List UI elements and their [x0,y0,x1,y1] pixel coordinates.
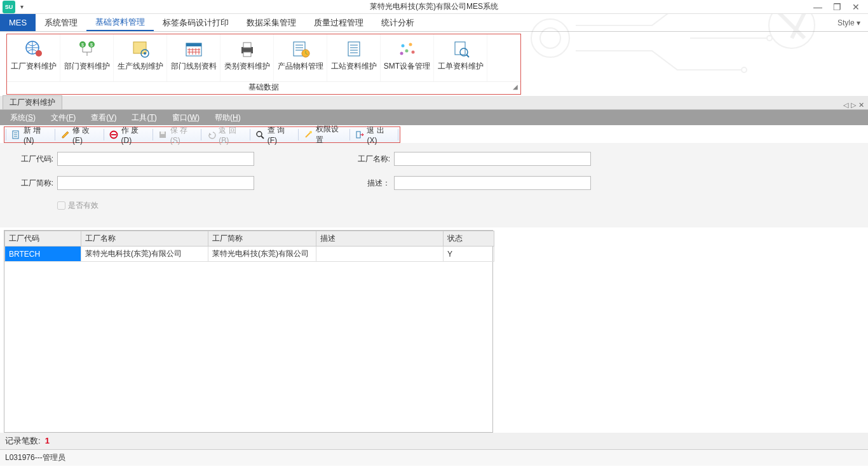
cell-short: 莱特光电科技(东莞)有限公司 [208,247,316,262]
btn-query[interactable]: 查 询(F) [252,127,297,142]
btn-new-label: 新 增(N) [24,125,50,145]
btn-exit-label: 退 出(X) [367,125,393,145]
ribbon-smt-label: SMT设备管理 [384,61,430,72]
btn-void[interactable]: 作 废(D) [105,127,151,142]
table-row[interactable]: BRTECH 莱特光电科技(东莞)有限公司 莱特光电科技(东莞)有限公司 Y [5,247,494,262]
cell-desc [316,247,444,262]
col-desc[interactable]: 描述 [316,231,444,247]
ribbon-station[interactable]: 工站资料维护 [327,34,381,81]
col-name[interactable]: 工厂名称 [81,231,208,247]
wand-icon [304,130,313,140]
btn-edit-label: 修 改(E) [72,125,98,145]
col-code[interactable]: 工厂代码 [5,231,81,247]
grid-header-row: 工厂代码 工厂名称 工厂简称 描述 状态 [5,231,494,247]
pager-prev-icon[interactable]: ◁ [843,101,848,109]
exit-icon [355,130,364,140]
menu-system[interactable]: 系统(S) [3,112,43,123]
doc-tab-bar: 工厂资料维护 ◁ ▷ ✕ [0,96,868,110]
btn-void-label: 作 废(D) [121,125,147,145]
ribbon-launcher-icon[interactable]: ◢ [513,83,518,90]
new-doc-icon [11,130,21,140]
input-short[interactable] [57,176,254,190]
ribbon-dept[interactable]: $$ 部门资料维护 [60,34,114,81]
ribbon-line[interactable]: 生产线别维护 [114,34,167,81]
inner-menu-bar: 系统(S) 文件(F) 查看(V) 工具(T) 窗口(W) 帮助(H) [0,110,868,125]
svg-point-36 [401,44,404,48]
btn-perm[interactable]: 权限设置 [300,127,348,142]
menu-view[interactable]: 查看(V) [83,112,124,123]
minimize-icon[interactable]: — [811,2,825,12]
svg-rect-56 [356,132,360,138]
svg-point-3 [742,67,747,72]
ribbon-dept-line[interactable]: 部门线别资料 [167,34,220,81]
document-lines-icon [342,38,365,60]
label-valid: 是否有效 [68,200,98,211]
svg-rect-12 [133,42,146,53]
btn-save-label: 保 存(S) [170,125,196,145]
tab-basic-data[interactable]: 基础资料管理 [86,14,154,31]
btn-edit[interactable]: 修 改(E) [57,127,102,142]
tab-data-collection[interactable]: 数据采集管理 [238,14,305,31]
svg-line-53 [261,136,264,139]
ribbon-factory[interactable]: 工厂资料维护 [7,34,60,81]
tab-barcode[interactable]: 标签条码设计打印 [154,14,238,31]
tab-system[interactable]: 系统管理 [36,14,86,31]
pager-close-icon[interactable]: ✕ [858,101,864,109]
status-user: L031976---管理员 [0,449,868,466]
svg-rect-24 [243,43,251,48]
status-count-value: 1 [45,436,50,445]
close-icon[interactable]: ✕ [849,2,863,12]
box-gear-icon [129,38,152,60]
menu-window[interactable]: 窗口(W) [165,112,207,123]
calendar-icon [182,38,205,60]
input-code[interactable] [57,152,254,166]
data-grid[interactable]: 工厂代码 工厂名称 工厂简称 描述 状态 BRTECH 莱特光电科技(东莞)有限… [4,230,493,433]
input-name[interactable] [394,152,591,166]
window-title: 莱特光电科技(东莞)有限公司MES系统 [370,1,498,12]
menu-help[interactable]: 帮助(H) [207,112,248,123]
label-code: 工厂代码: [13,154,53,165]
ribbon-category[interactable]: 类别资料维护 [220,34,274,81]
ribbon-workorder[interactable]: 工单资料维护 [434,34,487,81]
ribbon-smt[interactable]: SMT设备管理 [381,34,434,81]
tab-stats[interactable]: 统计分析 [372,14,423,31]
dots-network-icon [396,38,419,60]
svg-point-37 [409,43,412,46]
org-money-icon: $$ [76,38,98,60]
col-status[interactable]: 状态 [444,231,494,247]
save-icon [158,130,168,140]
style-label: Style [837,18,855,27]
svg-point-40 [400,52,403,55]
svg-text:$: $ [90,43,93,47]
menu-file[interactable]: 文件(F) [43,112,83,123]
qa-dropdown-icon[interactable]: ▾ [20,3,24,10]
cell-status: Y [444,247,494,262]
btn-back: 返 回(B) [203,127,248,142]
grid-empty-area [4,262,492,432]
btn-save: 保 存(S) [154,127,200,142]
svg-point-7 [36,50,42,57]
menu-tools[interactable]: 工具(T) [124,112,164,123]
svg-point-38 [405,50,408,53]
status-count: 记录笔数: 1 [0,433,868,449]
input-desc[interactable] [394,176,591,190]
col-short[interactable]: 工厂简称 [208,231,316,247]
tab-mes[interactable]: MES [0,14,36,31]
ribbon-tabs: MES 系统管理 基础资料管理 标签条码设计打印 数据采集管理 质量过程管理 统… [0,14,868,32]
form-area: 工厂代码: 工厂名称: 工厂简称: 描述： 是否有效 [0,143,868,227]
label-desc: 描述： [349,178,390,189]
btn-new[interactable]: 新 增(N) [8,127,53,142]
style-dropdown[interactable]: Style ▾ [837,18,868,27]
ribbon-caption-text: 基础数据 [248,83,279,91]
btn-exit[interactable]: 退 出(X) [351,127,397,142]
ribbon-product[interactable]: 产品物料管理 [274,34,327,81]
sheet-clock-icon [289,38,312,60]
tab-quality[interactable]: 质量过程管理 [305,14,372,31]
sheet-search-icon [449,38,472,60]
svg-point-14 [144,52,146,55]
svg-rect-31 [348,42,360,56]
ribbon-category-label: 类别资料维护 [224,61,270,72]
doc-tab-factory[interactable]: 工厂资料维护 [3,95,62,109]
restore-icon[interactable]: ❐ [830,2,844,12]
pager-next-icon[interactable]: ▷ [851,101,856,109]
